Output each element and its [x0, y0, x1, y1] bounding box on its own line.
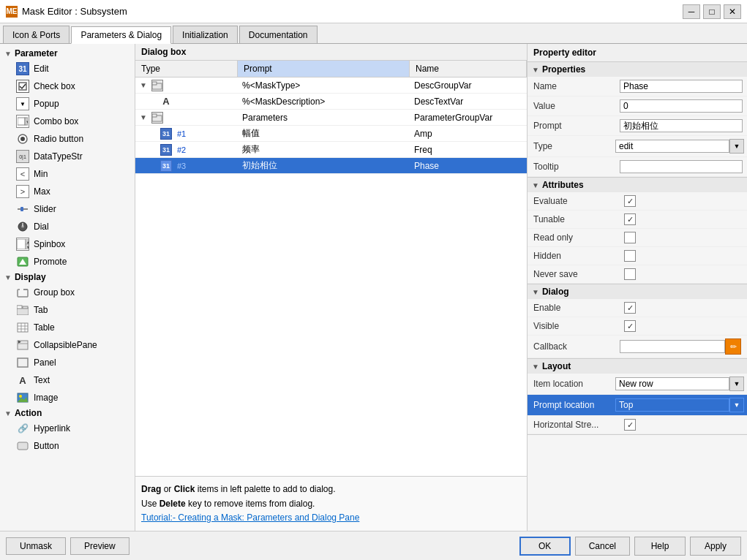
sidebar-item-button[interactable]: Button: [0, 437, 135, 455]
prop-row-tunable: Tunable: [528, 211, 747, 229]
prop-section-layout-header[interactable]: ▼ Layout: [528, 359, 747, 374]
sidebar-section-action[interactable]: ▼ Action: [0, 406, 135, 420]
callback-input[interactable]: [620, 340, 725, 353]
table-row[interactable]: ▼ %<MaskType> DescGroupVar: [135, 77, 527, 94]
prop-section-dialog-header[interactable]: ▼ Dialog: [528, 284, 747, 299]
prop-row-name: Name: [528, 77, 747, 97]
maximize-button[interactable]: □: [703, 4, 721, 19]
name-input[interactable]: [620, 80, 743, 93]
item-location-select[interactable]: New row Current row: [615, 377, 729, 390]
property-editor-header: Property editor: [528, 44, 747, 62]
prop-value-enable: [615, 300, 747, 315]
sidebar-item-radiobutton[interactable]: Radio button: [0, 130, 135, 148]
prop-label-visible: Visible: [528, 319, 615, 333]
sidebar-item-collapsiblepane[interactable]: ▶ CollapsiblePane: [0, 336, 135, 354]
sidebar-item-dial[interactable]: Dial: [0, 218, 135, 235]
prop-label-enable: Enable: [528, 301, 615, 314]
prop-section-attributes-header[interactable]: ▼ Attributes: [528, 178, 747, 192]
hint-line1: Drag or Click items in left palette to a…: [141, 483, 521, 496]
apply-button[interactable]: Apply: [690, 537, 741, 556]
sidebar-item-datatypestr[interactable]: 0|1 DataTypeStr: [0, 148, 135, 165]
tab-icon-ports[interactable]: Icon & Ports: [3, 26, 70, 43]
help-button[interactable]: Help: [634, 537, 686, 556]
value-input[interactable]: [620, 99, 743, 113]
properties-toggle-icon: ▼: [532, 66, 539, 74]
prompt-location-arrow[interactable]: ▼: [729, 398, 744, 412]
unmask-button[interactable]: Unmask: [6, 537, 66, 555]
name-cell: Phase: [410, 159, 527, 173]
table-row[interactable]: ▼ Parameters ParameterGroupVar: [135, 110, 527, 126]
hidden-checkbox[interactable]: [624, 250, 636, 262]
sidebar-item-table-label: Table: [34, 322, 55, 333]
prompt-location-select[interactable]: Top Left Right Bottom: [615, 398, 729, 412]
sidebar-item-tab[interactable]: Tab: [0, 301, 135, 319]
svg-rect-41: [152, 114, 157, 117]
minimize-button[interactable]: ─: [683, 4, 700, 19]
prop-label-tooltip: Tooltip: [528, 160, 615, 173]
tree-toggle-icon[interactable]: ▼: [140, 113, 149, 121]
enable-checkbox[interactable]: [624, 302, 636, 314]
table-row[interactable]: 31 #1 幅值 Amp: [135, 126, 527, 142]
sidebar-item-panel[interactable]: Panel: [0, 354, 135, 371]
row-type-number: #1: [177, 129, 186, 138]
sidebar-item-image[interactable]: Image: [0, 389, 135, 406]
callback-edit-button[interactable]: ✏: [725, 338, 741, 355]
sidebar-item-checkbox[interactable]: Check box: [0, 77, 135, 95]
tooltip-input[interactable]: [620, 160, 743, 173]
sidebar-item-table[interactable]: Table: [0, 319, 135, 336]
sidebar-item-popup[interactable]: ▼ Popup: [0, 95, 135, 113]
hint-area: Drag or Click items in left palette to a…: [135, 476, 527, 531]
prop-value-hidden: [615, 249, 747, 263]
hint-click-bold: Click: [174, 484, 195, 494]
horiz-stretch-checkbox[interactable]: [624, 419, 636, 431]
tunable-checkbox[interactable]: [624, 213, 636, 225]
readonly-checkbox[interactable]: [624, 232, 636, 243]
prop-section-properties-header[interactable]: ▼ Properties: [528, 62, 747, 77]
type-select-arrow[interactable]: ▼: [729, 139, 744, 154]
sidebar-item-spinbox[interactable]: ▲▼ Spinbox: [0, 235, 135, 253]
svg-rect-1: [18, 118, 25, 125]
prop-row-prompt-location: Prompt location Top Left Right Bottom ▼: [528, 395, 747, 416]
visible-checkbox[interactable]: [624, 320, 636, 332]
text-icon: A: [16, 374, 29, 387]
cancel-button[interactable]: Cancel: [575, 537, 630, 556]
param-type-icon: 31: [160, 128, 172, 140]
sidebar-item-max[interactable]: > Max: [0, 183, 135, 200]
sidebar-item-hyperlink[interactable]: 🔗 Hyperlink: [0, 420, 135, 437]
item-location-arrow[interactable]: ▼: [729, 377, 744, 391]
table-icon: [16, 321, 29, 334]
prop-value-readonly: [615, 230, 747, 245]
evaluate-checkbox[interactable]: [624, 195, 636, 207]
layout-section-label: Layout: [542, 361, 571, 371]
sidebar-item-datatypestr-label: DataTypeStr: [34, 151, 83, 162]
sidebar-item-promote[interactable]: Promote: [0, 253, 135, 270]
sidebar-item-text[interactable]: A Text: [0, 371, 135, 389]
svg-rect-33: [18, 358, 28, 367]
sidebar-section-display[interactable]: ▼ Display: [0, 270, 135, 284]
type-select[interactable]: edit popup checkbox: [615, 140, 729, 153]
type-cell: 31 #1: [135, 126, 238, 141]
tab-initialization[interactable]: Initialization: [173, 26, 238, 43]
ok-button[interactable]: OK: [519, 537, 571, 556]
table-row[interactable]: 31 #3 初始相位 Phase: [135, 158, 527, 174]
preview-button[interactable]: Preview: [70, 537, 129, 555]
neversave-checkbox[interactable]: [624, 268, 636, 280]
tree-toggle-icon[interactable]: ▼: [140, 81, 149, 89]
table-row[interactable]: 31 #2 频率 Freq: [135, 142, 527, 158]
sidebar-section-parameter[interactable]: ▼ Parameter: [0, 47, 135, 60]
sidebar-item-slider[interactable]: Slider: [0, 200, 135, 218]
tutorial-link[interactable]: Tutorial:- Creating a Mask: Parameters a…: [141, 512, 359, 523]
promote-icon: [16, 255, 29, 268]
prop-row-hidden: Hidden: [528, 247, 747, 265]
dialog-section-toggle-icon: ▼: [532, 288, 539, 296]
prompt-input[interactable]: [620, 119, 743, 132]
tab-documentation[interactable]: Documentation: [239, 26, 318, 43]
sidebar-item-min[interactable]: < Min: [0, 165, 135, 183]
tab-parameters-dialog[interactable]: Parameters & Dialog: [71, 26, 171, 44]
table-row[interactable]: A %<MaskDescription> DescTextVar: [135, 94, 527, 110]
sidebar-item-combobox[interactable]: ▼ Combo box: [0, 113, 135, 130]
sidebar-item-edit[interactable]: 31 Edit: [0, 60, 135, 77]
close-button[interactable]: ✕: [724, 4, 741, 19]
window-title: Mask Editor : Subsystem: [22, 6, 127, 17]
sidebar-item-groupbox[interactable]: Group box: [0, 284, 135, 301]
